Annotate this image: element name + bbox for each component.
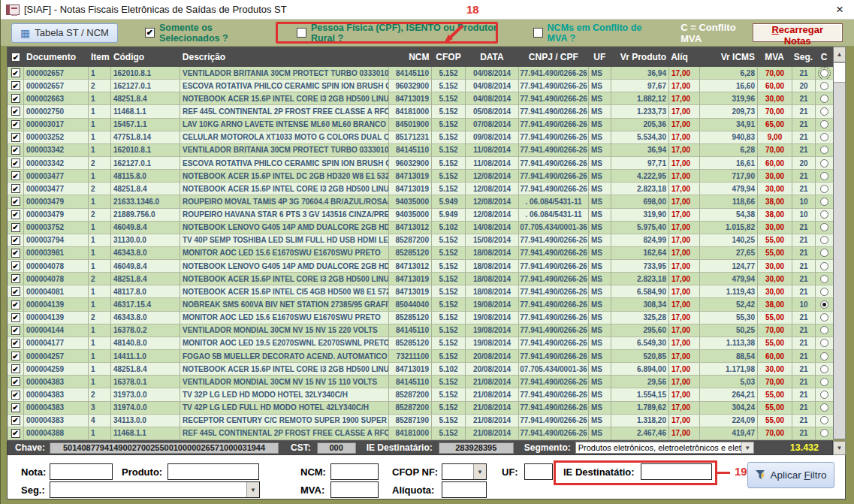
row-checkbox[interactable]: ✔ bbox=[11, 171, 20, 180]
conflito-radio[interactable] bbox=[820, 107, 828, 116]
row-checkbox[interactable]: ✔ bbox=[11, 274, 20, 283]
cell-mva: 70,00 bbox=[758, 427, 792, 440]
conflito-radio[interactable] bbox=[820, 146, 828, 154]
segmento-select[interactable]: Produtos eletrônicos, eletroeletrônicos … bbox=[575, 442, 754, 454]
conflito-radio[interactable] bbox=[820, 223, 828, 231]
chevron-down-icon[interactable]: ▼ bbox=[741, 442, 753, 453]
conflito-radio[interactable] bbox=[820, 82, 828, 90]
conflito-radio[interactable] bbox=[820, 172, 828, 180]
cell-mva: 30,00 bbox=[758, 363, 792, 376]
aliquota-input[interactable] bbox=[442, 481, 487, 498]
uf-input[interactable] bbox=[524, 463, 553, 480]
row-checkbox[interactable]: ✔ bbox=[11, 223, 20, 232]
conflito-radio[interactable] bbox=[820, 416, 828, 424]
aplicar-filtro-button[interactable]: Aplicar Filtro bbox=[747, 462, 834, 488]
conflito-radio[interactable] bbox=[820, 236, 828, 244]
cell-ncm: 84713012 bbox=[389, 222, 432, 234]
conflito-radio[interactable] bbox=[820, 249, 828, 257]
row-select-cell: ✔ bbox=[8, 144, 24, 157]
conflito-radio[interactable] bbox=[820, 339, 828, 347]
ncm-input[interactable] bbox=[330, 463, 379, 480]
conflito-radio[interactable] bbox=[820, 210, 828, 219]
row-checkbox[interactable]: ✔ bbox=[11, 326, 20, 335]
cell-conflito bbox=[816, 92, 834, 105]
conflito-radio[interactable] bbox=[820, 313, 828, 321]
seg-select[interactable]: ▼ bbox=[50, 481, 260, 498]
scroll-down-icon[interactable]: ▼ bbox=[833, 441, 846, 455]
conflito-radio[interactable] bbox=[820, 391, 828, 399]
row-select-cell: ✔ bbox=[8, 298, 24, 311]
row-checkbox[interactable]: ✔ bbox=[11, 236, 20, 245]
conflito-radio[interactable] bbox=[820, 185, 828, 193]
select-all-checkbox[interactable]: ✔ bbox=[11, 53, 20, 62]
row-checkbox[interactable]: ✔ bbox=[11, 364, 20, 373]
conflito-radio[interactable] bbox=[820, 429, 828, 437]
row-checkbox[interactable]: ✔ bbox=[11, 339, 20, 348]
filter-panel: Nota: Produto: NCM: CFOP NF: ▼ UF: IE De… bbox=[7, 455, 846, 499]
cell-data: 12/08/2014 bbox=[466, 195, 519, 208]
row-checkbox[interactable]: ✔ bbox=[11, 158, 20, 167]
conflito-radio[interactable] bbox=[820, 300, 828, 309]
conflito-radio[interactable] bbox=[820, 69, 828, 77]
row-checkbox[interactable]: ✔ bbox=[11, 391, 20, 400]
cell-aliq: 17,00 bbox=[669, 170, 700, 183]
conflito-radio[interactable] bbox=[820, 352, 828, 361]
row-checkbox[interactable]: ✔ bbox=[11, 210, 20, 219]
row-checkbox[interactable]: ✔ bbox=[11, 429, 20, 438]
row-checkbox[interactable]: ✔ bbox=[11, 68, 20, 77]
row-checkbox[interactable]: ✔ bbox=[11, 94, 20, 103]
row-checkbox[interactable]: ✔ bbox=[11, 377, 20, 386]
chevron-down-icon[interactable]: ▼ bbox=[473, 464, 486, 479]
pessoa-fisica-checkbox[interactable] bbox=[297, 28, 306, 38]
nota-input[interactable] bbox=[50, 463, 113, 480]
conflito-radio[interactable] bbox=[820, 120, 828, 128]
recarregar-notas-button[interactable]: Recarregar Notas bbox=[753, 23, 843, 42]
cell-aliq: 17,00 bbox=[669, 131, 700, 144]
cell-vr-produto: 2.823,18 bbox=[611, 273, 669, 285]
scrollbar-thumb[interactable] bbox=[834, 62, 845, 83]
conflito-radio[interactable] bbox=[820, 159, 828, 167]
conflito-radio[interactable] bbox=[820, 262, 828, 270]
conflito-radio[interactable] bbox=[820, 378, 828, 386]
cell-vr-icms: 304,24 bbox=[700, 402, 758, 415]
row-checkbox[interactable]: ✔ bbox=[11, 120, 20, 129]
row-checkbox[interactable]: ✔ bbox=[11, 261, 20, 270]
row-checkbox[interactable]: ✔ bbox=[11, 313, 20, 322]
conflito-radio[interactable] bbox=[820, 326, 828, 334]
tabela-st-ncm-button[interactable]: ▦ Tabela ST / NCM bbox=[11, 23, 118, 43]
row-checkbox[interactable]: ✔ bbox=[11, 107, 20, 116]
cell-codigo: 31974.0.0 bbox=[111, 402, 180, 415]
row-checkbox[interactable]: ✔ bbox=[11, 287, 20, 296]
vertical-scrollbar[interactable]: ▲ bbox=[833, 47, 846, 439]
chevron-down-icon[interactable]: ▼ bbox=[246, 482, 259, 497]
row-checkbox[interactable]: ✔ bbox=[11, 184, 20, 193]
scroll-up-icon[interactable]: ▲ bbox=[834, 47, 845, 62]
ie-destinatatio-input[interactable] bbox=[641, 463, 712, 480]
row-checkbox[interactable]: ✔ bbox=[11, 300, 20, 309]
somente-selecionados-checkbox[interactable]: ✔ bbox=[145, 28, 155, 38]
cell-descricao: TV 42P LG LED FULL HD MODO HOTEL 42LY340… bbox=[180, 402, 389, 415]
row-checkbox[interactable]: ✔ bbox=[11, 81, 20, 90]
conflito-radio[interactable] bbox=[820, 288, 828, 296]
produto-input[interactable] bbox=[167, 463, 259, 480]
conflito-radio[interactable] bbox=[820, 95, 828, 103]
conflito-radio[interactable] bbox=[820, 365, 828, 373]
mva-input[interactable] bbox=[330, 481, 379, 498]
close-icon[interactable]: × bbox=[836, 3, 843, 16]
cell-vr-icms: 1.015,82 bbox=[700, 222, 758, 234]
row-checkbox[interactable]: ✔ bbox=[11, 249, 20, 258]
row-checkbox[interactable]: ✔ bbox=[11, 197, 20, 206]
conflito-radio[interactable] bbox=[820, 275, 828, 283]
row-checkbox[interactable]: ✔ bbox=[11, 403, 20, 412]
row-checkbox[interactable]: ✔ bbox=[11, 146, 20, 155]
conflito-radio[interactable] bbox=[820, 133, 828, 141]
ncm-conflito-checkbox[interactable] bbox=[533, 28, 543, 38]
conflito-radio[interactable] bbox=[820, 403, 828, 412]
cfop-nf-select[interactable]: ▼ bbox=[442, 463, 487, 480]
conflito-radio[interactable] bbox=[820, 198, 828, 206]
row-checkbox[interactable]: ✔ bbox=[11, 133, 20, 142]
cell-uf: MS bbox=[589, 105, 611, 118]
row-checkbox[interactable]: ✔ bbox=[11, 416, 20, 425]
row-checkbox[interactable]: ✔ bbox=[11, 352, 20, 361]
cell-vr-icms: 54,38 bbox=[700, 209, 758, 222]
